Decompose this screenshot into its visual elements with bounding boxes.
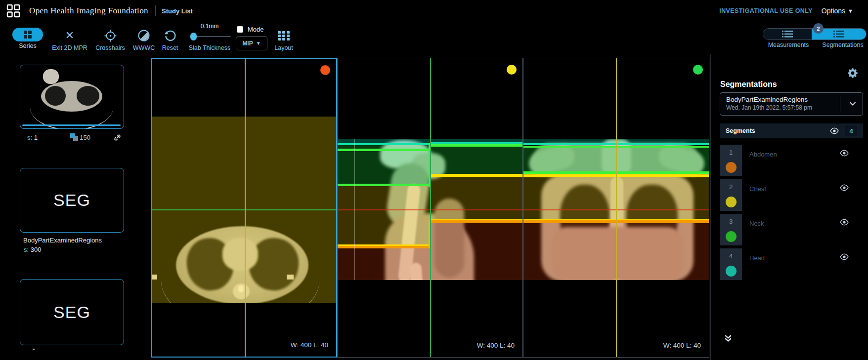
thumbnail-progress-bar xyxy=(22,124,121,126)
app-title: Open Health Imaging Foundation xyxy=(29,6,148,16)
truncated-text-mark xyxy=(33,349,35,350)
reset-button[interactable]: Reset xyxy=(158,28,182,51)
close-x-icon: ✕ xyxy=(65,30,74,41)
crosshair-coronal-line[interactable] xyxy=(152,209,336,210)
window-level-text: W: 400 L: 40 xyxy=(477,342,515,349)
options-menu[interactable]: Options xyxy=(822,7,845,15)
seg-series-info: s: 300 xyxy=(24,246,41,253)
layout-label: Layout xyxy=(271,44,297,51)
segment-overlay-abdomen xyxy=(338,248,430,280)
series-button[interactable]: Series xyxy=(12,28,43,49)
viewport-color-dot xyxy=(320,65,330,75)
segments-header: Segments 4 xyxy=(720,123,863,138)
segment-index-cell[interactable]: 3 xyxy=(720,214,742,245)
segment-row-abdomen[interactable]: 1 Abdomen xyxy=(720,145,863,176)
segmentation-date: Wed, Jan 19th 2022, 5:57:58 pm xyxy=(726,104,857,111)
segment-visibility-eye-icon[interactable] xyxy=(839,253,849,260)
segments-header-label: Segments xyxy=(726,127,755,134)
wwwc-button[interactable]: WWWC xyxy=(130,28,158,51)
segment-visibility-eye-icon[interactable] xyxy=(839,150,849,157)
segment-color-swatch[interactable] xyxy=(726,162,737,173)
segment-index-cell[interactable]: 2 xyxy=(720,179,742,211)
reset-rotate-icon xyxy=(164,29,176,42)
wwwc-label: WWWC xyxy=(130,44,158,51)
crosshairs-button[interactable]: Crosshairs xyxy=(93,28,128,51)
nav-study-list[interactable]: Study List xyxy=(162,7,193,15)
segment-row-chest[interactable]: 2 Chest xyxy=(720,179,863,211)
layout-button[interactable]: Layout xyxy=(271,28,297,51)
segment-color-swatch[interactable] xyxy=(726,231,737,242)
segment-label: Neck xyxy=(749,220,764,227)
mode-label: Mode xyxy=(248,26,264,33)
exit-2d-mpr-button[interactable]: ✕ Exit 2D MPR xyxy=(50,28,89,51)
segmentation-select[interactable]: BodyPartExaminedRegions Wed, Jan 19th 20… xyxy=(720,92,863,116)
crosshair-sagittal-line[interactable] xyxy=(245,59,246,358)
segment-visibility-eye-icon[interactable] xyxy=(839,184,849,191)
slab-slider-track[interactable] xyxy=(192,36,231,37)
mip-caret-icon: ▼ xyxy=(256,40,261,46)
segmentations-panel: Segmentations BodyPartExaminedRegions We… xyxy=(710,54,868,360)
segment-label: Head xyxy=(749,254,765,262)
segment-label: Chest xyxy=(749,185,766,193)
seg-modality-text: SEG xyxy=(20,280,124,345)
window-level-text: W: 400 L: 40 xyxy=(663,342,701,349)
head-boundary-line xyxy=(338,143,430,145)
collapse-double-chevron-icon[interactable] xyxy=(725,335,732,342)
exit-2d-mpr-label: Exit 2D MPR xyxy=(50,44,89,51)
thumbnail-seg-2[interactable]: SEG xyxy=(20,279,124,345)
segment-color-swatch[interactable] xyxy=(726,197,737,207)
segment-index-cell[interactable]: 1 xyxy=(720,145,742,176)
slab-thickness-label: Slab Thickness xyxy=(183,44,236,51)
viewport-axial[interactable]: W: 400 L: 40 xyxy=(151,58,337,358)
mode-control: Mode MIP ▼ xyxy=(236,22,266,51)
segment-label: Abdomen xyxy=(749,151,777,158)
segment-row-head[interactable]: 4 Head xyxy=(720,248,863,280)
ohif-logo-icon xyxy=(6,4,20,18)
window-level-text: W: 400 L: 40 xyxy=(291,341,328,349)
viewport-color-dot xyxy=(693,65,703,75)
segment-overlay-chest xyxy=(338,184,430,244)
segment-color-swatch[interactable] xyxy=(726,266,737,277)
crosshairs-icon xyxy=(104,29,117,42)
window-level-icon xyxy=(137,29,150,42)
series-sidebar: s: 1 150 SEG BodyPartExaminedRegions s: … xyxy=(0,54,151,360)
slab-thickness-slider[interactable]: 0.1mm Slab Thickness xyxy=(190,23,229,51)
mip-dropdown[interactable]: MIP ▼ xyxy=(236,36,267,50)
viewport-color-dot xyxy=(507,65,517,75)
link-icon[interactable] xyxy=(114,134,121,141)
slab-slider-thumb[interactable] xyxy=(190,33,197,40)
toolbar: Series ✕ Exit 2D MPR Crosshairs WWWC xyxy=(0,22,868,54)
chevron-down-icon xyxy=(850,102,856,106)
top-bar: Open Health Imaging Foundation Study Lis… xyxy=(0,0,868,22)
segment-index-cell[interactable]: 4 xyxy=(720,248,742,280)
series-grid-icon xyxy=(24,31,32,39)
instance-stack-icon xyxy=(70,133,78,141)
instance-count: 150 xyxy=(80,134,90,141)
segmentation-name: BodyPartExaminedRegions xyxy=(726,96,857,103)
slab-thickness-value: 0.1mm xyxy=(190,23,229,30)
measurements-label: Measurements xyxy=(761,41,816,48)
thumbnail-ct-series[interactable] xyxy=(20,65,124,129)
viewport-sagittal[interactable]: W: 400 L: 40 xyxy=(337,58,523,358)
measurements-panel-button[interactable] xyxy=(763,29,812,40)
mip-dropdown-value: MIP xyxy=(242,40,253,47)
series-number: 1 xyxy=(34,134,38,141)
settings-gear-icon[interactable] xyxy=(847,67,859,79)
crosshair-sagittal-line[interactable] xyxy=(616,58,617,358)
layout-grid-icon xyxy=(278,31,290,40)
neck-boundary-line xyxy=(338,149,430,151)
options-caret-icon[interactable]: ▼ xyxy=(848,8,853,14)
segment-visibility-eye-icon[interactable] xyxy=(839,219,849,226)
reset-label: Reset xyxy=(158,44,182,51)
segmentations-label: Segmentations xyxy=(816,41,868,48)
crosshairs-label: Crosshairs xyxy=(93,44,128,51)
thumbnail-seg-1[interactable]: SEG xyxy=(20,168,124,233)
crosshair-coronal-line[interactable] xyxy=(430,58,431,358)
mode-checkbox[interactable] xyxy=(237,26,243,33)
viewport-coronal[interactable]: W: 400 L: 40 xyxy=(523,58,709,358)
segment-row-neck[interactable]: 3 Neck xyxy=(720,214,863,245)
thumbnail-ct-info: s: 1 150 xyxy=(20,133,125,143)
toggle-all-visibility-eye-icon[interactable] xyxy=(829,127,839,134)
measurements-list-icon xyxy=(782,31,793,38)
reference-line xyxy=(354,139,355,280)
